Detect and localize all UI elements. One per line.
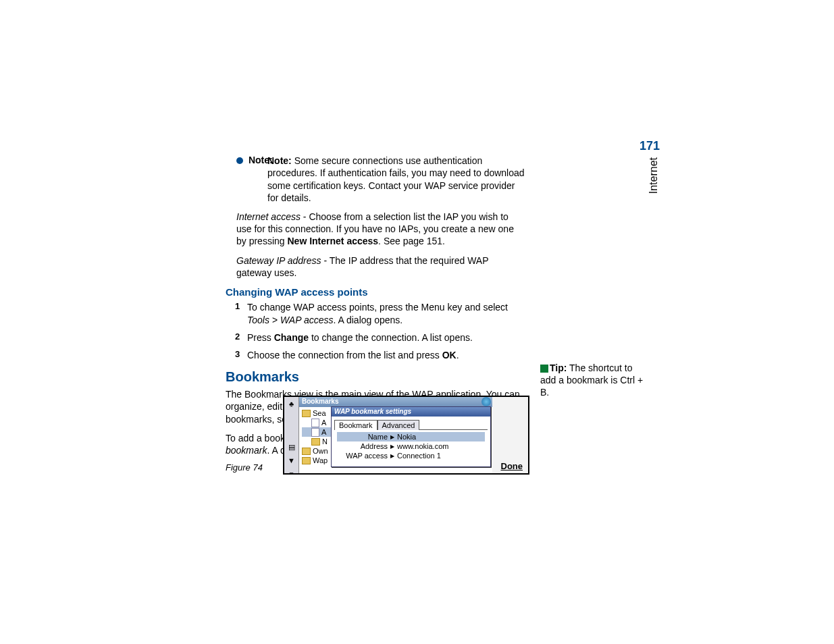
dialog-title: WAP bookmark settings (332, 407, 490, 417)
arrow-right-icon: ▶ (390, 453, 394, 459)
toolbar-icon: ▤ (284, 440, 298, 454)
tip-block: Tip: The shortcut to add a bookmark is C… (540, 362, 645, 399)
section-tab-internet: Internet (648, 157, 660, 194)
internet-access-paragraph: Internet access - Choose from a selectio… (236, 211, 526, 248)
figure-right-softkeys: Done (492, 397, 528, 473)
field-name[interactable]: Name ▶ Nokia (337, 432, 485, 441)
step-2: 2 Press Change to change the connection.… (235, 331, 526, 344)
gateway-paragraph: Gateway IP address - The IP address that… (236, 254, 526, 279)
softkey-done[interactable]: Done (501, 461, 523, 471)
bookmark-settings-dialog: WAP bookmark settings Bookmark Advanced … (331, 406, 491, 467)
heading-changing-wap: Changing WAP access points (226, 286, 526, 299)
note-block: Note: Note: Some secure connections use … (236, 154, 526, 204)
figure-screenshot: ♣ ▤ ▼ ≡ Done Bookmarks Sea A A N Own Wap (283, 396, 529, 475)
field-address[interactable]: Address ▶ www.nokia.com (337, 441, 485, 451)
note-text: Note: Some secure connections use authen… (267, 155, 526, 204)
heading-bookmarks: Bookmarks (226, 368, 526, 385)
toolbar-icon: ▼ (284, 454, 298, 467)
folder-icon (311, 438, 320, 446)
step-3: 3 Choose the connection from the list an… (235, 349, 526, 361)
file-icon (311, 428, 319, 437)
step-1: 1 To change WAP access points, press the… (235, 301, 526, 325)
window-title: Bookmarks (302, 398, 338, 405)
window-titlebar: Bookmarks (299, 397, 492, 407)
toolbar-icon: ≡ (284, 467, 298, 475)
tab-bookmark[interactable]: Bookmark (334, 420, 377, 430)
field-wap-access[interactable]: WAP access ▶ Connection 1 (337, 451, 485, 460)
file-icon (311, 419, 319, 427)
globe-icon (481, 397, 491, 406)
arrow-right-icon: ▶ (390, 434, 394, 440)
note-bullet-icon (236, 157, 243, 164)
app-icon: ♣ (284, 397, 298, 410)
tab-advanced[interactable]: Advanced (377, 420, 420, 430)
page-number: 171 (640, 139, 660, 153)
figure-caption: Figure 74 (226, 462, 263, 473)
arrow-right-icon: ▶ (390, 444, 394, 450)
folder-icon (302, 410, 311, 417)
figure-left-toolbar: ♣ ▤ ▼ ≡ (284, 397, 299, 473)
folder-icon (302, 448, 311, 455)
tip-bullet-icon (540, 365, 548, 373)
folder-icon (302, 457, 311, 464)
